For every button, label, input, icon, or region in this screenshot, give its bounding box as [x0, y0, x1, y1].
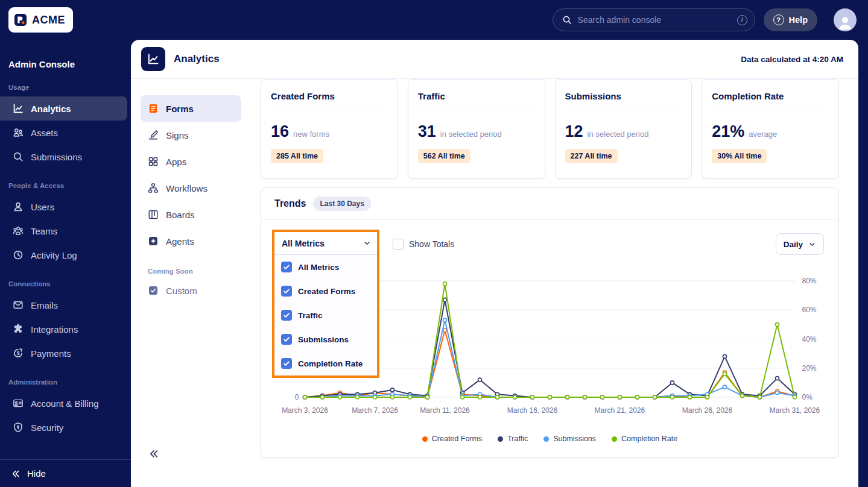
subnav-item-agents[interactable]: Agents	[141, 228, 241, 254]
subnav-items: FormsSignsAppsWorkflowsBoardsAgents	[131, 95, 241, 254]
svg-text:March 7, 2026: March 7, 2026	[352, 406, 398, 415]
stat-alltime-badge: 30% All time	[712, 149, 767, 163]
checkbox-unchecked-icon[interactable]	[393, 239, 404, 250]
subnav-item-custom[interactable]: Custom	[141, 277, 241, 304]
check-icon	[283, 263, 290, 271]
agent-icon	[148, 236, 159, 247]
check-icon	[283, 287, 290, 295]
interval-select-value: Daily	[784, 240, 803, 249]
hide-sidebar-button[interactable]: Hide	[0, 459, 131, 487]
question-icon: ?	[773, 14, 784, 25]
stat-value: 16	[271, 122, 289, 141]
stat-card-completion-rate: Completion Rate21%average30% All time	[702, 79, 839, 179]
topbar: ACME i ? Help	[0, 0, 868, 40]
collapse-subnav-button[interactable]	[148, 448, 159, 459]
metric-option-completion-rate[interactable]: Completion Rate	[274, 351, 377, 375]
metrics-dropdown-annotation: All Metrics All MetricsCreated FormsTraf…	[272, 230, 379, 378]
sidebar-item-label: Security	[31, 423, 63, 433]
sidebar-item-emails[interactable]: Emails	[0, 293, 127, 317]
metric-option-label: Completion Rate	[298, 359, 363, 368]
stat-card-title: Submissions	[565, 80, 682, 110]
hide-label: Hide	[27, 468, 46, 479]
chart-line-icon	[13, 103, 24, 114]
refresh-dollar-icon: $	[13, 348, 24, 359]
stat-card-title: Created Forms	[271, 80, 388, 110]
all-metrics-checkbox[interactable]	[281, 262, 292, 272]
user-avatar[interactable]	[834, 8, 857, 31]
sidebar-item-security[interactable]: Security	[0, 415, 127, 439]
subnav-item-boards[interactable]: Boards	[141, 201, 241, 228]
stat-card-created-forms: Created Forms16new forms285 All time	[261, 79, 398, 179]
stat-caption: in selected period	[588, 130, 649, 139]
stat-alltime-badge: 562 All time	[418, 149, 470, 163]
acme-logo[interactable]: ACME	[8, 7, 73, 33]
form-icon	[148, 103, 159, 114]
svg-text:March 31, 2026: March 31, 2026	[770, 406, 820, 415]
help-button[interactable]: ? Help	[764, 8, 817, 31]
sidebar-item-activity-log[interactable]: Activity Log	[0, 243, 127, 267]
submissions-checkbox[interactable]	[281, 334, 292, 345]
metric-option-traffic[interactable]: Traffic	[274, 303, 377, 327]
sidebar-item-label: Integrations	[31, 324, 78, 335]
admin-console-app: ACME i ? Help Admin Console UsageAnalyti…	[0, 0, 868, 487]
legend-dot-icon	[498, 436, 503, 442]
grid-icon	[148, 156, 159, 167]
sidebar-item-payments[interactable]: $Payments	[0, 341, 127, 365]
stats-row: Created Forms16new forms285 All timeTraf…	[261, 79, 839, 179]
sidebar-item-label: Account & Billing	[31, 398, 99, 409]
svg-text:60%: 60%	[802, 306, 817, 314]
sidebar-item-integrations[interactable]: Integrations	[0, 317, 127, 341]
assets-icon	[13, 127, 24, 138]
metric-option-label: All Metrics	[298, 263, 339, 272]
search-icon	[13, 151, 24, 162]
stat-value-row: 31in selected period	[418, 122, 535, 141]
search-input[interactable]	[578, 15, 731, 25]
metric-option-submissions[interactable]: Submissions	[274, 327, 377, 351]
created-forms-checkbox[interactable]	[281, 286, 292, 297]
subnav-item-workflows[interactable]: Workflows	[141, 175, 241, 201]
sidebar-item-label: Users	[31, 202, 54, 212]
metric-option-all-metrics[interactable]: All Metrics	[274, 255, 377, 279]
chart-legend: Created FormsTrafficSubmissionsCompletio…	[276, 435, 824, 443]
svg-text:March 11, 2026: March 11, 2026	[420, 406, 470, 415]
legend-dot-icon	[543, 436, 549, 442]
analytics-icon	[141, 47, 165, 71]
show-totals-checkbox[interactable]: Show Totals	[393, 239, 454, 250]
check-icon	[283, 312, 290, 319]
board-icon	[148, 209, 159, 220]
subnav-item-apps[interactable]: Apps	[141, 148, 241, 175]
sidebar-item-teams[interactable]: Teams	[0, 219, 127, 243]
sidebar-item-users[interactable]: Users	[0, 195, 127, 219]
metrics-select[interactable]: All Metrics	[274, 232, 377, 255]
trends-header: Trends Last 30 Days	[261, 188, 838, 220]
legend-label: Created Forms	[432, 435, 482, 443]
sidebar-item-account-billing[interactable]: Account & Billing	[0, 391, 127, 415]
sidebar-item-label: Submissions	[31, 152, 82, 162]
sidebar-item-submissions[interactable]: Submissions	[0, 145, 127, 169]
svg-text:0: 0	[295, 393, 299, 401]
subnav-item-forms[interactable]: Forms	[141, 95, 241, 122]
sidebar-item-analytics[interactable]: Analytics	[0, 96, 127, 121]
person-icon	[836, 13, 854, 31]
sidebar-item-label: Emails	[31, 300, 58, 310]
id-card-icon	[13, 398, 24, 409]
sidebar-section-label: People & Access	[0, 169, 131, 195]
sidebar-item-assets[interactable]: Assets	[0, 121, 127, 145]
metrics-dropdown-menu: All MetricsCreated FormsTrafficSubmissio…	[274, 255, 377, 375]
interval-select[interactable]: Daily	[776, 233, 824, 255]
coming-soon-label: Coming Soon	[148, 268, 241, 275]
legend-dot-icon	[612, 436, 617, 442]
svg-text:March 26, 2026: March 26, 2026	[682, 406, 733, 415]
stat-card-title: Completion Rate	[712, 80, 829, 110]
svg-text:$: $	[17, 350, 20, 356]
double-chevron-left-icon	[11, 469, 21, 479]
search-icon	[562, 15, 572, 25]
metric-option-created-forms[interactable]: Created Forms	[274, 279, 377, 303]
traffic-checkbox[interactable]	[281, 310, 292, 321]
acme-logo-icon	[14, 13, 27, 27]
admin-search[interactable]: i	[553, 8, 755, 31]
subnav-item-label: Apps	[166, 157, 186, 167]
completion-rate-checkbox[interactable]	[281, 358, 292, 369]
subnav-item-signs[interactable]: Signs	[141, 122, 241, 148]
info-icon[interactable]: i	[737, 15, 747, 25]
